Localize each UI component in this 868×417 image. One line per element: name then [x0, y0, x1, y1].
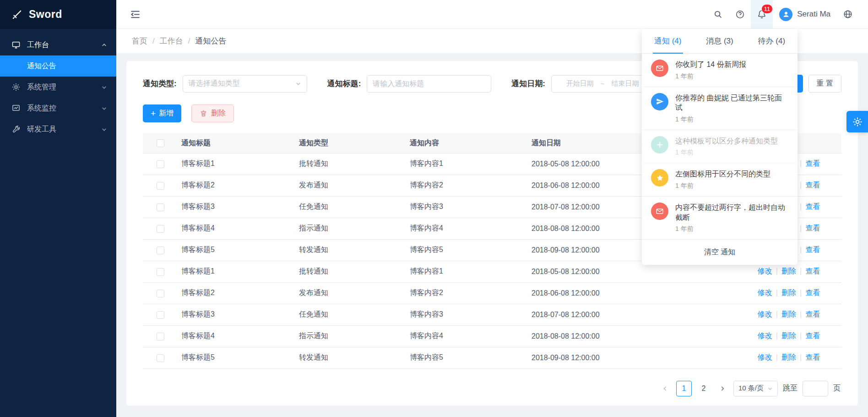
- cell-type: 发布通知: [295, 282, 406, 304]
- next-page-button[interactable]: [716, 381, 729, 396]
- row-checkbox[interactable]: [157, 225, 164, 233]
- tab-todos[interactable]: 待办 (4): [746, 29, 797, 53]
- reset-button[interactable]: 重 置: [808, 75, 841, 93]
- prev-page-button[interactable]: [658, 381, 672, 396]
- page-2-button[interactable]: 2: [696, 381, 711, 396]
- view-link[interactable]: 查看: [805, 267, 820, 275]
- notification-item[interactable]: 你收到了 14 份新周报 1 年前: [642, 54, 797, 87]
- notification-item[interactable]: 内容不要超过两行字，超出时自动截断 1 年前: [642, 197, 797, 240]
- notifications-button[interactable]: 11: [751, 0, 773, 28]
- cell-title: 博客标题4: [178, 325, 295, 347]
- help-button[interactable]: [729, 0, 751, 28]
- cell-type: 批转通知: [295, 261, 406, 282]
- notification-item[interactable]: 你推荐的 曲妮妮 已通过第三轮面试 1 年前: [642, 87, 797, 130]
- notification-item[interactable]: + 这种模板可以区分多种通知类型 1 年前: [642, 130, 797, 164]
- breadcrumb-workbench[interactable]: 工作台: [160, 36, 183, 46]
- view-link[interactable]: 查看: [805, 353, 820, 361]
- row-checkbox[interactable]: [157, 160, 164, 168]
- row-checkbox[interactable]: [157, 333, 164, 340]
- view-link[interactable]: 查看: [805, 310, 820, 318]
- table-row: 博客标题3 任免通知 博客内容3 2018-07-08 12:00:00 修改|…: [143, 304, 841, 325]
- globe-icon: [843, 9, 853, 19]
- notification-item[interactable]: 左侧图标用于区分不同的类型 1 年前: [642, 163, 797, 197]
- notice-title-label: 通知标题:: [327, 78, 361, 89]
- breadcrumb-home[interactable]: 首页: [132, 36, 147, 46]
- row-checkbox[interactable]: [157, 268, 164, 276]
- sidebar-item-notice[interactable]: 通知公告: [0, 55, 116, 77]
- view-link[interactable]: 查看: [805, 203, 820, 210]
- view-link[interactable]: 查看: [805, 181, 820, 189]
- sidebar-item-workbench[interactable]: 工作台: [0, 34, 116, 55]
- cell-title: 博客标题2: [178, 175, 295, 196]
- notification-time: 1 年前: [675, 148, 778, 157]
- edit-link[interactable]: 修改: [758, 267, 772, 275]
- view-link[interactable]: 查看: [805, 289, 820, 296]
- edit-link[interactable]: 修改: [758, 310, 772, 318]
- notification-dropdown: 通知 (4) 消息 (3) 待办 (4) 你收到了 14 份新周报 1 年前 你…: [642, 29, 797, 265]
- delete-link[interactable]: 删除: [781, 289, 796, 296]
- delete-link[interactable]: 删除: [781, 353, 796, 361]
- column-header-title: 通知标题: [178, 133, 295, 153]
- action-separator: |: [800, 203, 802, 210]
- action-separator: |: [800, 159, 802, 167]
- delete-button[interactable]: 删除: [191, 104, 234, 122]
- clear-notifications-button[interactable]: 清空 通知: [642, 240, 797, 265]
- cell-title: 博客标题3: [178, 196, 295, 218]
- row-checkbox[interactable]: [157, 247, 164, 254]
- action-separator: |: [800, 246, 802, 253]
- view-link[interactable]: 查看: [805, 159, 820, 167]
- tab-messages[interactable]: 消息 (3): [694, 29, 745, 53]
- view-link[interactable]: 查看: [805, 246, 820, 253]
- delete-link[interactable]: 删除: [781, 332, 796, 340]
- edit-link[interactable]: 修改: [758, 332, 772, 340]
- sidebar-item-system-management[interactable]: 系统管理: [0, 77, 116, 98]
- sidebar-item-dev-tools[interactable]: 研发工具: [0, 119, 116, 140]
- row-checkbox[interactable]: [157, 311, 164, 319]
- desktop-icon: [11, 40, 21, 50]
- help-icon: [735, 10, 745, 19]
- delete-button-label: 删除: [211, 109, 226, 118]
- action-separator: |: [800, 353, 802, 361]
- notice-type-select[interactable]: 请选择通知类型: [183, 75, 307, 93]
- chevron-down-icon: [101, 105, 107, 111]
- row-checkbox[interactable]: [157, 203, 164, 211]
- view-link[interactable]: 查看: [805, 332, 820, 340]
- add-button[interactable]: + 新增: [143, 104, 181, 122]
- delete-link[interactable]: 删除: [781, 267, 796, 275]
- app-logo[interactable]: Sword: [0, 0, 116, 29]
- notification-title: 你推荐的 曲妮妮 已通过第三轮面试: [675, 93, 788, 113]
- delete-link[interactable]: 删除: [781, 310, 796, 318]
- settings-button[interactable]: [846, 111, 868, 132]
- logo-text: Sword: [29, 8, 62, 21]
- select-all-checkbox[interactable]: [157, 139, 164, 147]
- plus-icon: +: [651, 136, 668, 154]
- menu-label: 研发工具: [27, 125, 101, 134]
- cell-type: 任免通知: [295, 304, 406, 325]
- user-menu[interactable]: Serati Ma: [773, 0, 837, 28]
- action-separator: |: [800, 181, 802, 189]
- page-1-button[interactable]: 1: [676, 381, 692, 396]
- cell-type: 任免通知: [295, 196, 406, 218]
- notice-title-input[interactable]: [367, 75, 491, 93]
- edit-link[interactable]: 修改: [758, 289, 772, 296]
- search-button[interactable]: [707, 0, 729, 28]
- row-checkbox[interactable]: [157, 182, 164, 190]
- sidebar-item-system-monitor[interactable]: 系统监控: [0, 98, 116, 119]
- view-link[interactable]: 查看: [805, 224, 820, 232]
- cell-title: 博客标题5: [178, 239, 295, 261]
- mail-icon: [651, 60, 668, 77]
- app-root: Sword 工作台 通知公告 系统管理: [0, 0, 868, 417]
- language-button[interactable]: [837, 0, 859, 28]
- edit-link[interactable]: 修改: [758, 353, 772, 361]
- row-checkbox[interactable]: [157, 290, 164, 297]
- sidebar-collapse-button[interactable]: [126, 5, 144, 23]
- row-checkbox[interactable]: [157, 354, 164, 362]
- jump-page-input[interactable]: [803, 381, 828, 396]
- page-size-select[interactable]: 10 条/页: [733, 381, 778, 396]
- plus-icon: +: [151, 109, 156, 118]
- date-separator: ~: [601, 80, 605, 88]
- chevron-up-icon: [101, 42, 107, 48]
- cell-content: 博客内容3: [406, 304, 528, 325]
- tab-notifications[interactable]: 通知 (4): [642, 29, 694, 53]
- date-range-picker[interactable]: 开始日期 ~ 结束日期: [551, 75, 654, 93]
